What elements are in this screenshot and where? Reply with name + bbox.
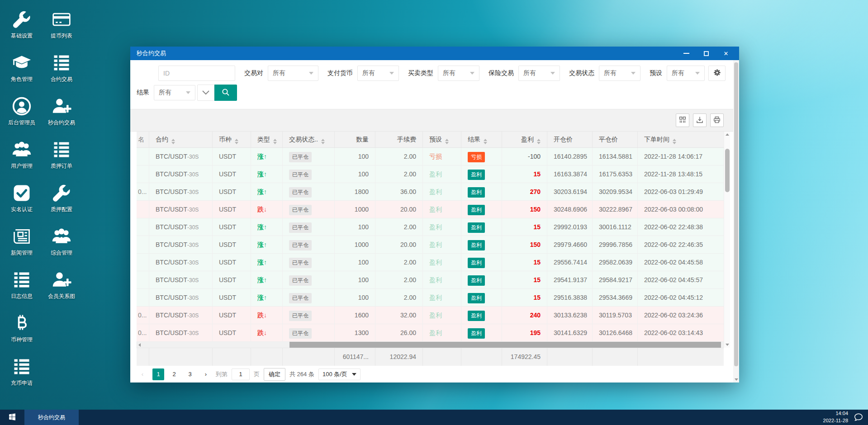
table-row[interactable]: BTC/USDT-30SUSDT涨↑已平仓1002.00盈利盈利1529541.… <box>137 271 724 289</box>
maximize-button[interactable] <box>703 50 709 57</box>
table-row[interactable]: BTC/USDT-30SUSDT跌↓已平仓100020.00盈利盈利150302… <box>137 201 724 218</box>
table-row[interactable]: 0...BTC/USDT-30SUSDT跌↓已平仓130026.00盈利盈利19… <box>137 324 724 342</box>
sort-icon[interactable] <box>235 139 238 144</box>
hscroll-thumb[interactable] <box>289 342 721 348</box>
desktop-icon-coin-manage[interactable]: 币种管理 <box>2 307 42 350</box>
start-button[interactable] <box>0 410 24 425</box>
col-header-profit[interactable]: 盈利 <box>502 132 547 148</box>
page-button-2[interactable]: 2 <box>168 368 180 380</box>
col-header-contract[interactable]: 合约 <box>149 132 213 148</box>
filter-select[interactable]: 所有 <box>599 66 640 81</box>
print-button[interactable] <box>710 113 724 127</box>
settings-button[interactable] <box>708 66 726 81</box>
close-button[interactable]: ✕ <box>723 50 729 57</box>
desktop-icon-log-info[interactable]: 日志信息 <box>2 263 42 307</box>
desktop-icon-general-manage[interactable]: 综合管理 <box>42 220 81 263</box>
user-plus-icon <box>51 96 72 117</box>
users-icon <box>51 226 72 247</box>
table-row[interactable]: BTC/USDT-30SUSDT涨↑已平仓1002.00盈利盈利1529556.… <box>137 254 724 271</box>
desktop-icon-withdraw-list[interactable]: 提币列表 <box>42 3 81 46</box>
desktop-icon-role-manage[interactable]: 角色管理 <box>2 46 42 90</box>
table-row[interactable]: 0...BTC/USDT-30SUSDT涨↑已平仓180036.00盈利盈利27… <box>137 183 724 201</box>
desktop-icon-contract-trade[interactable]: 合约交易 <box>42 46 81 90</box>
goto-page-input[interactable] <box>232 368 250 380</box>
desktop-icon-user-manage[interactable]: 用户管理 <box>2 133 42 176</box>
col-header-coin[interactable]: 币种 <box>213 132 251 148</box>
cell-type: 涨↑ <box>251 148 283 165</box>
select-value: 所有 <box>443 69 455 77</box>
table-row[interactable]: BTC/USDT-30SUSDT涨↑已平仓1002.00盈利盈利1516163.… <box>137 165 724 183</box>
horizontal-scrollbar[interactable] <box>137 342 724 348</box>
desktop-icon-backend-admin[interactable]: 后台管理员 <box>2 90 42 133</box>
id-input[interactable] <box>158 66 235 81</box>
scroll-down-arrow-icon[interactable] <box>735 378 738 381</box>
table-row[interactable]: BTC/USDT-30SUSDT涨↑已平仓1002.00盈利盈利1529516.… <box>137 289 724 307</box>
vscroll-thumb[interactable] <box>725 149 730 192</box>
export-button[interactable] <box>693 113 707 127</box>
col-header-type[interactable]: 类型 <box>251 132 283 148</box>
desktop-icon-member-graph[interactable]: 会员关系图 <box>42 263 81 307</box>
desktop-icon-pledge-orders[interactable]: 质押订单 <box>42 133 81 176</box>
table-row[interactable]: BTC/USDT-30SUSDT涨↑已平仓100020.00盈利盈利150299… <box>137 236 724 254</box>
desktop-icon-label: 会员关系图 <box>48 293 75 300</box>
cell-contract: BTC/USDT-30S <box>149 148 213 165</box>
per-page-select[interactable]: 100 条/页 <box>318 368 360 380</box>
confirm-page-button[interactable]: 确定 <box>264 368 285 381</box>
page-button-1[interactable]: 1 <box>152 368 164 380</box>
sort-icon[interactable] <box>273 139 277 144</box>
chat-bubble-icon[interactable] <box>854 412 863 422</box>
filter-select[interactable]: 所有 <box>518 66 560 81</box>
search-button[interactable] <box>214 85 237 101</box>
next-page-button[interactable]: › <box>200 368 212 380</box>
scroll-up-arrow-icon[interactable] <box>726 133 729 136</box>
cell-result: 盈利 <box>461 254 502 271</box>
col-header-result[interactable]: 结果 <box>461 132 502 148</box>
table-row[interactable]: BTC/USDT-30SUSDT涨↑已平仓1002.00盈利盈利1529992.… <box>137 218 724 236</box>
sort-icon[interactable] <box>321 139 325 144</box>
minimize-button[interactable] <box>683 50 689 57</box>
filter-select[interactable]: 所有 <box>357 66 399 81</box>
desktop-icon-base-settings[interactable]: 基础设置 <box>2 3 42 46</box>
filter-select[interactable]: 所有 <box>667 66 705 81</box>
desktop-icon-deposit-apply[interactable]: 充币申请 <box>2 350 42 393</box>
sort-icon[interactable] <box>673 139 676 144</box>
page-button-3[interactable]: 3 <box>184 368 196 380</box>
windows-logo-icon <box>9 413 16 422</box>
desktop-icon-news-manage[interactable]: 新闻管理 <box>2 220 42 263</box>
chevron-down-icon <box>550 72 555 75</box>
window-scroll-thumb[interactable] <box>734 62 738 366</box>
search-icon <box>222 88 230 98</box>
cell-coin: USDT <box>213 254 251 271</box>
clock-date: 2022-11-28 <box>823 417 848 425</box>
scroll-left-arrow-icon[interactable] <box>138 343 141 347</box>
desktop-icon-kyc[interactable]: 实名认证 <box>2 176 42 220</box>
sort-icon[interactable] <box>537 139 541 144</box>
scroll-down-arrow-icon[interactable] <box>726 344 729 346</box>
table-vertical-scrollbar[interactable] <box>724 132 730 348</box>
window-scrollbar[interactable] <box>733 60 739 382</box>
table-toolbar <box>130 109 739 132</box>
taskbar-item-active[interactable]: 秒合约交易 <box>24 410 79 425</box>
col-header-time[interactable]: 下单时间 <box>638 132 724 148</box>
col-header-preset[interactable]: 预设 <box>423 132 461 148</box>
filter-select[interactable]: 所有 <box>438 66 479 81</box>
column-filter-button[interactable] <box>676 113 689 127</box>
cell-preset: 亏损 <box>423 148 461 165</box>
desktop-icon-pledge-config[interactable]: 质押配置 <box>42 176 81 220</box>
window-titlebar[interactable]: 秒合约交易 ✕ <box>130 47 739 60</box>
table-row[interactable]: BTC/USDT-30SUSDT涨↑已平仓1002.00亏损亏损-1001614… <box>137 148 724 165</box>
prev-page-button[interactable]: ‹ <box>137 368 148 380</box>
filter-select[interactable]: 所有 <box>268 66 318 81</box>
taskbar-clock[interactable]: 14:04 2022-11-28 <box>823 410 848 425</box>
sort-icon[interactable] <box>484 139 487 144</box>
table-row[interactable]: 0...BTC/USDT-30SUSDT跌↓已平仓160032.00盈利盈利24… <box>137 307 724 324</box>
result-select[interactable]: 所有 <box>154 85 195 100</box>
cell-fee: 26.00 <box>375 324 423 342</box>
header-label: 数量 <box>356 136 369 143</box>
col-header-status[interactable]: 交易状态.. <box>283 132 335 148</box>
cell-coin: USDT <box>213 271 251 289</box>
collapse-filter-button[interactable] <box>197 85 214 101</box>
sort-icon[interactable] <box>171 139 175 144</box>
sort-icon[interactable] <box>445 139 449 144</box>
desktop-icon-second-contract[interactable]: 秒合约交易 <box>42 90 81 133</box>
